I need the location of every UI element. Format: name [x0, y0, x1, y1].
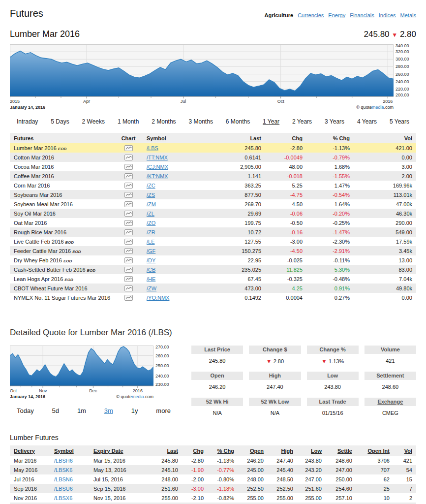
- symbol-link[interactable]: /ZS: [147, 192, 155, 198]
- nav-energy[interactable]: Energy: [328, 12, 345, 18]
- chart-link[interactable]: [114, 237, 143, 246]
- futures-row[interactable]: Cotton Mar 2016/TT:NMX0.6141-0.0049-0.79…: [10, 153, 416, 162]
- chart-link[interactable]: [114, 227, 143, 237]
- mini-tab-1m[interactable]: 1m: [77, 407, 86, 414]
- symbol-link[interactable]: /LBSU6: [54, 486, 73, 492]
- chart-link[interactable]: [114, 199, 143, 209]
- chart-link[interactable]: [114, 265, 143, 274]
- symbol-link[interactable]: /LBSK6: [54, 467, 72, 473]
- chart-link[interactable]: [114, 246, 143, 255]
- futures-row[interactable]: Lumber Mar 2016 EOD/LBS245.80-2.80-1.13%…: [10, 143, 416, 153]
- range-tab-5-years[interactable]: 5 Years: [390, 118, 409, 125]
- range-tab-3-years[interactable]: 3 Years: [325, 118, 344, 125]
- column-sort-open-int[interactable]: Open Int: [367, 448, 390, 454]
- futures-row[interactable]: Soybeans Mar 2016/ZS877.50-4.75-0.54%113…: [10, 190, 416, 199]
- range-tab-6-months[interactable]: 6 Months: [226, 118, 250, 125]
- mini-tab-more[interactable]: more: [156, 407, 171, 414]
- futures-row[interactable]: Lean Hogs Apr 2016 EOD/HE67.45-0.325-0.4…: [10, 274, 416, 284]
- symbol-link[interactable]: /CB: [147, 267, 155, 273]
- futures-row[interactable]: Cash-Settled Butter Feb 2016 EOD/CB235.0…: [10, 265, 416, 274]
- futures-row[interactable]: CBOT Wheat Future Mar 2016/ZW473.004.250…: [10, 284, 416, 293]
- symbol-link[interactable]: /DY: [147, 257, 155, 263]
- symbol-link[interactable]: /CJ:NMX: [147, 164, 168, 170]
- range-tab-5-days[interactable]: 5 Days: [51, 118, 69, 125]
- chart-link[interactable]: [114, 171, 143, 181]
- range-tab-2-weeks[interactable]: 2 Weeks: [82, 118, 105, 125]
- mini-tab-5d[interactable]: 5d: [52, 407, 59, 414]
- futures-row[interactable]: NYMEX No. 11 Sugar Futures Mar 2016/YO:N…: [10, 293, 416, 302]
- symbol-link[interactable]: /ZC: [147, 183, 155, 189]
- chart-link[interactable]: [114, 255, 143, 265]
- futures-row[interactable]: Live Cattle Feb 2016 EOD/LE127.55-3.00-2…: [10, 237, 416, 246]
- chart-link[interactable]: [114, 162, 143, 171]
- symbol-link[interactable]: /LBSH6: [54, 458, 73, 464]
- futures-row[interactable]: Corn Mar 2016/ZC363.255.251.47%169.96k: [10, 181, 416, 190]
- column-sort-chg[interactable]: Chg: [292, 135, 303, 141]
- lumber-row[interactable]: Nov 2016/LBSX6Nov 15, 2016255.00-2.10-0.…: [10, 493, 416, 503]
- chart-link[interactable]: [114, 284, 143, 293]
- lumber-row[interactable]: May 2016/LBSK6May 13, 2016245.10-1.90-0.…: [10, 465, 416, 474]
- range-tab-1-year[interactable]: 1 Year: [263, 118, 279, 125]
- chart-link[interactable]: [114, 181, 143, 190]
- futures-row[interactable]: Feeder Cattle Mar 2016 EOD/GF150.275-4.5…: [10, 246, 416, 255]
- column-sort-last[interactable]: Last: [167, 448, 178, 454]
- range-tab-2-years[interactable]: 2 Years: [292, 118, 312, 125]
- symbol-link[interactable]: /GF: [147, 248, 155, 254]
- futures-row[interactable]: Cocoa Mar 2016/CJ:NMX2,905.0048.001.68%3…: [10, 162, 416, 171]
- range-tab-4-years[interactable]: 4 Years: [357, 118, 377, 125]
- column-sort-chart[interactable]: Chart: [122, 135, 136, 141]
- symbol-link[interactable]: /HE: [147, 276, 155, 282]
- column-sort-vol[interactable]: Vol: [404, 135, 412, 141]
- column-sort-vol[interactable]: Vol: [404, 448, 412, 454]
- symbol-link[interactable]: /ZO: [147, 220, 155, 226]
- nav-metals[interactable]: Metals: [400, 12, 416, 18]
- column-sort--chg[interactable]: % Chg: [217, 448, 234, 454]
- chart-link[interactable]: [114, 190, 143, 199]
- range-tab-1-month[interactable]: 1 Month: [118, 118, 139, 125]
- symbol-link[interactable]: /LBSN6: [54, 476, 73, 482]
- chart-link[interactable]: [114, 209, 143, 218]
- symbol-link[interactable]: /ZL: [147, 211, 154, 217]
- nav-indices[interactable]: Indices: [379, 12, 396, 18]
- column-sort-expiry-date[interactable]: Expiry Date: [93, 448, 123, 454]
- symbol-link[interactable]: /LE: [147, 239, 155, 245]
- nav-agriculture[interactable]: Agriculture: [264, 12, 293, 18]
- quote-cell-label[interactable]: Exchange: [365, 398, 416, 406]
- lumber-row[interactable]: Mar 2016/LBSH6Mar 15, 2016245.80-2.80-1.…: [10, 456, 416, 465]
- nav-currencies[interactable]: Currencies: [298, 12, 324, 18]
- futures-row[interactable]: Oat Mar 2016/ZO199.75-0.50-0.25%290.00: [10, 218, 416, 227]
- column-sort-high[interactable]: High: [281, 448, 293, 454]
- symbol-link[interactable]: /LBSX6: [54, 495, 72, 501]
- futures-row[interactable]: Soybean Meal Mar 2016/ZM269.70-4.50-1.64…: [10, 199, 416, 209]
- futures-row[interactable]: Soy Oil Mar 2016/ZL29.69-0.06-0.20%46.30…: [10, 209, 416, 218]
- lumber-row[interactable]: Sep 2016/LBSU6Sep 15, 2016251.60-3.00-1.…: [10, 484, 416, 493]
- nav-financials[interactable]: Financials: [350, 12, 374, 18]
- range-tab-3-months[interactable]: 3 Months: [189, 118, 213, 125]
- symbol-link[interactable]: /ZW: [147, 285, 156, 291]
- lumber-row[interactable]: Jul 2016/LBSN6Jul 15, 2016248.00-2.00-0.…: [10, 474, 416, 484]
- symbol-link[interactable]: /ZR: [147, 229, 155, 235]
- chart-link[interactable]: [114, 274, 143, 284]
- symbol-link[interactable]: /KT:NMX: [147, 173, 168, 179]
- mini-tab-today[interactable]: Today: [17, 407, 34, 414]
- chart-link[interactable]: [114, 143, 143, 153]
- column-sort-chg[interactable]: Chg: [193, 448, 204, 454]
- chart-link[interactable]: [114, 293, 143, 302]
- symbol-link[interactable]: /LBS: [147, 145, 158, 151]
- symbol-link[interactable]: /ZM: [147, 201, 156, 207]
- column-sort-low[interactable]: Low: [311, 448, 322, 454]
- column-sort-symbol[interactable]: Symbol: [54, 448, 74, 454]
- chart-link[interactable]: [114, 153, 143, 162]
- futures-row[interactable]: Coffee Mar 2016/KT:NMX1.141-0.018-1.55%2…: [10, 171, 416, 181]
- range-tab-2-months[interactable]: 2 Months: [152, 118, 176, 125]
- range-tab-intraday[interactable]: Intraday: [17, 118, 38, 125]
- symbol-link[interactable]: /YO:NMX: [147, 295, 169, 301]
- symbol-link[interactable]: /TT:NMX: [147, 155, 168, 160]
- column-sort-futures[interactable]: Futures: [14, 135, 33, 141]
- mini-tab-3m[interactable]: 3m: [104, 407, 113, 414]
- column-sort--chg[interactable]: % Chg: [333, 135, 350, 141]
- mini-tab-1y[interactable]: 1y: [131, 407, 138, 414]
- column-sort-open[interactable]: Open: [250, 448, 264, 454]
- column-sort-last[interactable]: Last: [250, 135, 261, 141]
- column-sort-delivery[interactable]: Delivery: [14, 448, 35, 454]
